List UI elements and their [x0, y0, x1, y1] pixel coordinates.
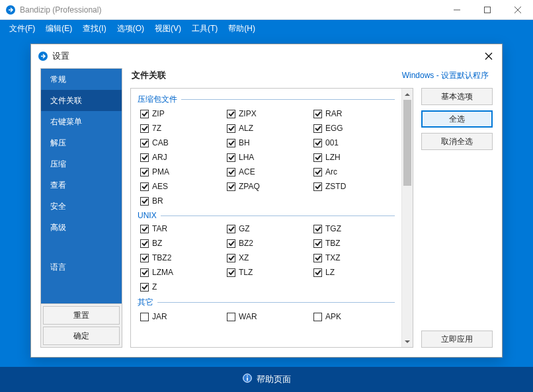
file-type-checkbox[interactable]: BZ2 — [227, 237, 308, 249]
dialog-icon — [38, 51, 48, 61]
file-type-checkbox[interactable]: LZH — [313, 151, 395, 163]
menu-item[interactable]: 编辑(E) — [40, 20, 77, 37]
scroll-thumb[interactable] — [403, 100, 411, 186]
ok-button[interactable]: 确定 — [43, 327, 120, 345]
settings-main: 文件关联 Windows - 设置默认程序 压缩包文件ZIPZIPXRAR7ZA… — [130, 68, 493, 348]
checkbox-icon — [313, 268, 322, 277]
file-type-checkbox[interactable]: GZ — [227, 223, 308, 235]
file-type-checkbox[interactable]: ZIPX — [227, 108, 308, 120]
file-type-checkbox[interactable]: LZMA — [140, 266, 222, 278]
file-type-checkbox[interactable]: 001 — [313, 137, 395, 149]
checkbox-label: BZ — [152, 239, 162, 248]
menu-item[interactable]: 帮助(H) — [223, 20, 261, 37]
sidebar-item[interactable]: 文件关联 — [41, 90, 122, 111]
file-type-checkbox[interactable]: ACE — [227, 166, 308, 178]
checkbox-icon — [140, 313, 149, 321]
checkbox-label: LZH — [325, 153, 341, 162]
minimize-button[interactable] — [442, 0, 472, 20]
reset-button[interactable]: 重置 — [43, 306, 120, 325]
menu-item[interactable]: 选项(O) — [112, 20, 149, 37]
checkbox-label: RAR — [325, 109, 342, 118]
svg-rect-6 — [247, 375, 248, 377]
group-label: 压缩包文件 — [138, 94, 395, 105]
scrollbar[interactable] — [401, 89, 413, 347]
file-type-checkbox[interactable]: XZ — [227, 252, 308, 264]
checkbox-icon — [227, 110, 235, 118]
checkbox-label: ZIPX — [239, 109, 257, 118]
dialog-close-button[interactable] — [482, 50, 495, 63]
file-type-checkbox[interactable]: TXZ — [313, 252, 395, 264]
file-type-checkbox[interactable]: Z — [140, 281, 222, 293]
sidebar-bottom: 重置 确定 — [41, 303, 122, 347]
file-type-checkbox[interactable]: JAR — [140, 311, 222, 323]
sidebar-item[interactable]: 高级 — [41, 217, 122, 238]
file-type-checkbox[interactable]: BZ — [140, 237, 222, 249]
default-programs-link[interactable]: Windows - 设置默认程序 — [402, 70, 489, 81]
file-type-checkbox[interactable]: ALZ — [227, 122, 308, 134]
file-type-checkbox[interactable]: RAR — [313, 108, 395, 120]
file-type-checkbox[interactable]: AES — [140, 180, 222, 192]
checkbox-label: WAR — [239, 312, 257, 321]
apply-now-button[interactable]: 立即应用 — [421, 331, 493, 348]
file-type-checkbox[interactable]: TLZ — [227, 266, 308, 278]
file-type-checkbox[interactable]: EGG — [313, 122, 395, 134]
file-type-checkbox[interactable]: TBZ2 — [140, 252, 222, 264]
checkbox-icon — [140, 124, 149, 133]
group-label: UNIX — [138, 211, 395, 220]
checkbox-label: PMA — [152, 167, 169, 176]
file-type-checkbox[interactable]: TBZ — [313, 237, 395, 249]
deselect-all-button[interactable]: 取消全选 — [421, 133, 493, 150]
file-type-checkbox[interactable]: TAR — [140, 223, 222, 235]
file-type-checkbox[interactable]: ZIP — [140, 108, 222, 120]
checkbox-label: LZ — [325, 268, 335, 277]
checkbox-label: Arc — [325, 167, 337, 176]
basic-options-button[interactable]: 基本选项 — [421, 88, 493, 105]
svg-rect-5 — [247, 377, 248, 381]
select-all-button[interactable]: 全选 — [421, 110, 493, 128]
scroll-up-icon[interactable] — [402, 89, 413, 100]
file-type-checkbox[interactable]: APK — [313, 311, 395, 323]
file-type-checkbox[interactable]: BH — [227, 137, 308, 149]
sidebar-item[interactable]: 查看 — [41, 175, 122, 196]
sidebar-item[interactable]: 压缩 — [41, 153, 122, 175]
dialog-title: 设置 — [52, 50, 482, 62]
file-type-checkbox[interactable]: TGZ — [313, 223, 395, 235]
file-association-list: 压缩包文件ZIPZIPXRAR7ZALZEGGCABBH001ARJLHALZH… — [130, 88, 413, 348]
checkbox-label: ALZ — [239, 124, 253, 133]
sidebar-item[interactable]: 安全 — [41, 196, 122, 217]
maximize-button[interactable] — [472, 0, 503, 20]
file-type-checkbox[interactable]: WAR — [227, 311, 308, 323]
file-type-checkbox[interactable]: 7Z — [140, 122, 222, 134]
sidebar-item[interactable]: 右键菜单 — [41, 111, 122, 132]
sidebar-item[interactable]: 解压 — [41, 132, 122, 153]
checkbox-icon — [227, 313, 235, 321]
file-type-checkbox[interactable]: PMA — [140, 166, 222, 178]
checkbox-label: CAB — [152, 138, 169, 147]
menu-item[interactable]: 视图(V) — [149, 20, 186, 37]
menu-item[interactable]: 工具(T) — [186, 20, 223, 37]
checkbox-icon — [140, 110, 149, 118]
checkbox-icon — [227, 139, 235, 147]
file-type-checkbox[interactable]: Arc — [313, 166, 395, 178]
right-button-column: 基本选项 全选 取消全选 立即应用 — [421, 88, 493, 348]
file-type-checkbox[interactable]: LHA — [227, 151, 308, 163]
help-footer[interactable]: 帮助页面 — [0, 367, 533, 392]
menu-item[interactable]: 文件(F) — [4, 20, 40, 37]
file-type-checkbox[interactable]: LZ — [313, 266, 395, 278]
file-type-checkbox[interactable]: ZSTD — [313, 180, 395, 192]
checkbox-label: 7Z — [152, 124, 161, 133]
file-type-checkbox[interactable]: CAB — [140, 137, 222, 149]
file-type-checkbox[interactable]: ZPAQ — [227, 180, 308, 192]
checkbox-icon — [313, 182, 322, 191]
close-window-button[interactable] — [503, 0, 533, 20]
scroll-down-icon[interactable] — [402, 336, 413, 347]
checkbox-label: AES — [152, 182, 168, 191]
menu-item[interactable]: 查找(I) — [77, 20, 111, 37]
sidebar-item[interactable]: 语言 — [41, 256, 122, 278]
page-title: 文件关联 — [132, 69, 402, 81]
checkbox-icon — [227, 153, 235, 162]
file-type-checkbox[interactable]: BR — [140, 195, 222, 207]
sidebar-item[interactable]: 常规 — [41, 69, 122, 90]
checkbox-label: BZ2 — [239, 239, 253, 248]
file-type-checkbox[interactable]: ARJ — [140, 151, 222, 163]
